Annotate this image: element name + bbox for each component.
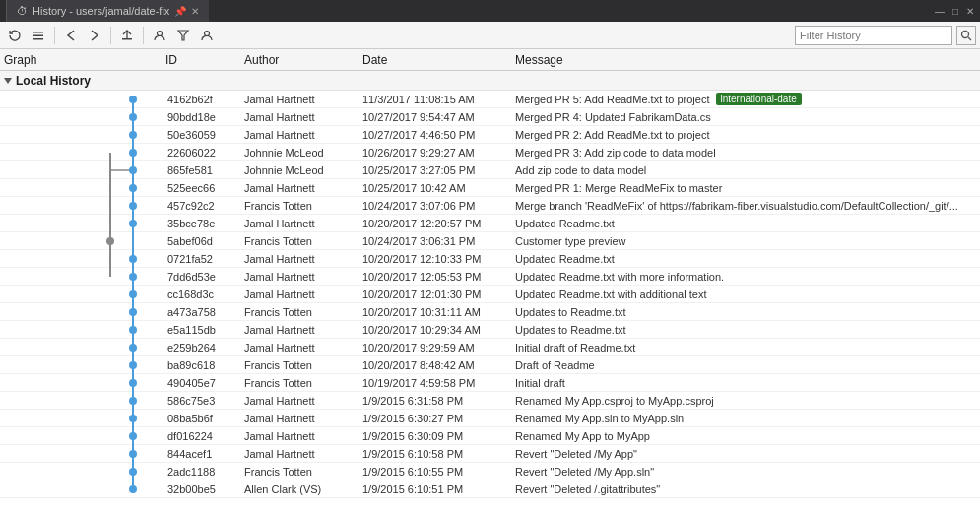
table-row[interactable]: e259b264Jamal Hartnett10/20/2017 9:29:59… (0, 339, 980, 356)
toolbar (0, 22, 980, 49)
table-row[interactable]: 525eec66Jamal Hartnett10/25/2017 10:42 A… (0, 179, 980, 197)
table-row[interactable]: 08ba5b6fJamal Hartnett1/9/2015 6:30:27 P… (0, 410, 980, 427)
window-maximize[interactable]: □ (952, 6, 958, 17)
svg-point-78 (129, 415, 137, 422)
table-row[interactable]: 50e36059Jamal Hartnett10/27/2017 4:46:50… (0, 126, 980, 144)
commit-message: Customer type preview (515, 235, 980, 247)
commit-id: e259b264 (165, 342, 244, 353)
table-row[interactable]: 5abef06dFrancis Totten10/24/2017 3:06:31… (0, 232, 980, 250)
commit-graph-cell (0, 215, 165, 232)
table-row[interactable]: 0721fa52Jamal Hartnett10/20/2017 12:10:3… (0, 250, 980, 268)
svg-marker-5 (178, 31, 188, 40)
title-bar-tabs: ⏱ History - users/jamal/date-fix 📌 ✕ (6, 0, 209, 22)
toolbar-sep1 (54, 27, 55, 44)
filter1-button[interactable] (149, 25, 170, 46)
back-button[interactable] (60, 25, 82, 46)
table-row[interactable]: 90bdd18eJamal Hartnett10/27/2017 9:54:47… (0, 108, 980, 126)
commit-author: Francis Totten (244, 235, 362, 247)
commit-id: a473a758 (165, 306, 244, 318)
table-row[interactable]: a473a758Francis Totten10/20/2017 10:31:1… (0, 303, 980, 321)
history-tab[interactable]: ⏱ History - users/jamal/date-fix 📌 ✕ (6, 0, 209, 22)
table-row[interactable]: 457c92c2Francis Totten10/24/2017 3:07:06… (0, 197, 980, 215)
commit-id: df016224 (165, 430, 244, 442)
commit-message-text: Merge branch 'ReadMeFix' of https://fabr… (515, 200, 958, 212)
filter-search-button[interactable] (956, 26, 976, 45)
commit-id: 7dd6d53e (165, 271, 244, 283)
svg-point-66 (129, 344, 137, 352)
col-header-date: Date (362, 53, 515, 67)
svg-point-16 (129, 131, 137, 139)
window-minimize[interactable]: — (935, 6, 945, 17)
table-row[interactable]: 35bce78eJamal Hartnett10/20/2017 12:20:5… (0, 215, 980, 232)
title-bar: ⏱ History - users/jamal/date-fix 📌 ✕ — □… (0, 0, 980, 22)
table-row[interactable]: 2adc1188Francis Totten1/9/2015 6:10:55 P… (0, 463, 980, 480)
commit-id: 4162b62f (165, 94, 244, 105)
show-list-button[interactable] (28, 25, 49, 46)
table-row[interactable]: df016224Jamal Hartnett1/9/2015 6:30:09 P… (0, 427, 980, 445)
commit-author: Jamal Hartnett (244, 111, 362, 123)
commit-author: Allen Clark (VS) (244, 483, 362, 495)
commit-message: Renamed My App.csproj to MyApp.csproj (515, 395, 980, 407)
commit-date: 10/24/2017 3:06:31 PM (362, 235, 515, 247)
filter2-button[interactable] (172, 25, 194, 46)
table-row[interactable]: e5a115dbJamal Hartnett10/20/2017 10:29:3… (0, 321, 980, 339)
commit-date: 10/20/2017 10:31:11 AM (362, 306, 515, 318)
commit-id: 0721fa52 (165, 253, 244, 265)
commit-message: Updated Readme.txt with additional text (515, 288, 980, 300)
table-row[interactable]: 4162b62fJamal Hartnett11/3/2017 11:08:15… (0, 91, 980, 108)
commit-date: 1/9/2015 6:30:27 PM (362, 413, 515, 424)
table-row[interactable]: ba89c618Francis Totten10/20/2017 8:48:42… (0, 356, 980, 374)
window-close[interactable]: ✕ (966, 6, 974, 17)
commit-graph-cell (0, 356, 165, 374)
commit-graph-cell (0, 445, 165, 463)
commit-date: 10/25/2017 10:42 AM (362, 182, 515, 194)
commit-message-text: Merged PR 1: Merge ReadMeFix to master (515, 182, 722, 194)
svg-point-25 (129, 166, 137, 174)
table-row[interactable]: 844acef1Jamal Hartnett1/9/2015 6:10:58 P… (0, 445, 980, 463)
svg-rect-0 (33, 32, 43, 33)
refresh-button[interactable] (4, 25, 26, 46)
commit-date: 10/27/2017 9:54:47 AM (362, 111, 515, 123)
commit-date: 10/26/2017 9:29:27 AM (362, 147, 515, 159)
svg-point-20 (129, 149, 137, 157)
section-expand-icon[interactable] (4, 78, 12, 84)
commit-id: 35bce78e (165, 218, 244, 229)
table-row[interactable]: cc168d3cJamal Hartnett10/20/2017 12:01:3… (0, 286, 980, 303)
close-icon[interactable]: ✕ (191, 6, 199, 17)
pin-icon[interactable]: 📌 (174, 6, 186, 17)
tag-badge: international-date (716, 93, 802, 105)
table-row[interactable]: 586c75e3Jamal Hartnett1/9/2015 6:31:58 P… (0, 392, 980, 410)
table-row[interactable]: 22606022Johnnie McLeod10/26/2017 9:29:27… (0, 144, 980, 161)
commit-message-text: Merged PR 4: Updated FabrikamData.cs (515, 111, 711, 123)
commit-message: Merge branch 'ReadMeFix' of https://fabr… (515, 200, 980, 212)
table-row[interactable]: 490405e7Francis Totten10/19/2017 4:59:58… (0, 374, 980, 392)
commit-graph-cell (0, 463, 165, 480)
commit-author: Jamal Hartnett (244, 129, 362, 141)
commit-graph-cell (0, 144, 165, 161)
forward-button[interactable] (84, 25, 105, 46)
filter-history-input[interactable] (795, 26, 952, 45)
commit-message-text: Updated Readme.txt (515, 253, 615, 265)
commit-date: 10/20/2017 10:29:34 AM (362, 324, 515, 336)
commit-author: Jamal Hartnett (244, 430, 362, 442)
commit-message-text: Updated Readme.txt (515, 218, 615, 229)
commit-graph-cell (0, 268, 165, 286)
commit-message-text: Renamed My App to MyApp (515, 430, 650, 442)
commit-id: 08ba5b6f (165, 413, 244, 424)
commit-message: Updates to Readme.txt (515, 324, 980, 336)
table-row[interactable]: 32b00be5Allen Clark (VS)1/9/2015 6:10:51… (0, 480, 980, 498)
commit-message-text: Updates to Readme.txt (515, 306, 626, 318)
push-button[interactable] (116, 25, 138, 46)
commit-date: 10/25/2017 3:27:05 PM (362, 164, 515, 176)
commit-message: Revert "Deleted /My App" (515, 448, 980, 460)
commit-id: 844acef1 (165, 448, 244, 460)
commit-message-text: Merged PR 2: Add ReadMe.txt to project (515, 129, 710, 141)
table-row[interactable]: 7dd6d53eJamal Hartnett10/20/2017 12:05:5… (0, 268, 980, 286)
table-row[interactable]: 865fe581Johnnie McLeod10/25/2017 3:27:05… (0, 161, 980, 179)
commit-message: Updates to Readme.txt (515, 306, 980, 318)
commit-id: 865fe581 (165, 164, 244, 176)
person-button[interactable] (196, 25, 218, 46)
section-label: Local History (16, 74, 91, 88)
svg-point-13 (129, 113, 137, 121)
commit-message: Merged PR 3: Add zip code to data model (515, 147, 980, 159)
